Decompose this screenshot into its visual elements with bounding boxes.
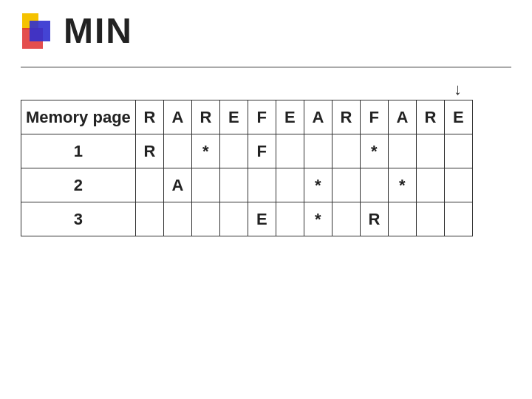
row-2-col-5: [276, 168, 304, 202]
row-3-col-4: E: [248, 202, 276, 236]
row-2-col-2: [191, 168, 219, 202]
row-2-col-0: [135, 168, 163, 202]
logo-blue-block: [30, 21, 50, 41]
row-1-col-0: R: [135, 134, 163, 168]
header-label: Memory page: [21, 100, 136, 134]
memory-table: Memory page R A R E F E A R F A R E 1 R …: [21, 100, 473, 236]
row-3-col-8: R: [360, 202, 388, 236]
row-1-label: 1: [21, 134, 136, 168]
row-3-col-9: [388, 202, 416, 236]
row-3-col-6: *: [304, 202, 332, 236]
title-divider: [21, 66, 511, 68]
header-col-10: R: [416, 100, 444, 134]
row-2-col-10: [416, 168, 444, 202]
row-2-label: 2: [21, 168, 136, 202]
row-1-col-11: [444, 134, 472, 168]
row-1-col-10: [416, 134, 444, 168]
row-3-col-10: [416, 202, 444, 236]
header-col-2: R: [191, 100, 219, 134]
row-3-col-5: [276, 202, 304, 236]
row-1-col-8: *: [360, 134, 388, 168]
row-1-col-5: [276, 134, 304, 168]
logo-text: MIN: [64, 13, 133, 49]
row-1-col-4: F: [248, 134, 276, 168]
row-2-col-9: *: [388, 168, 416, 202]
row-2-col-7: [332, 168, 360, 202]
row-3-col-7: [332, 202, 360, 236]
row-2-col-11: [444, 168, 472, 202]
row-1-col-1: [163, 134, 191, 168]
table-row: 3 E * R: [21, 202, 473, 236]
row-1-col-6: [304, 134, 332, 168]
down-arrow-icon: ↓: [454, 80, 462, 99]
row-3-col-0: [135, 202, 163, 236]
header-col-0: R: [135, 100, 163, 134]
row-3-col-11: [444, 202, 472, 236]
row-1-col-3: [219, 134, 248, 168]
header-col-6: A: [304, 100, 332, 134]
logo-area: MIN: [22, 13, 133, 49]
row-1-col-9: [388, 134, 416, 168]
row-2-col-3: [219, 168, 248, 202]
header-col-3: E: [219, 100, 248, 134]
row-3-label: 3: [21, 202, 136, 236]
header-col-8: F: [360, 100, 388, 134]
header-col-7: R: [332, 100, 360, 134]
row-2-col-8: [360, 168, 388, 202]
row-2-col-6: *: [304, 168, 332, 202]
row-2-col-1: A: [163, 168, 191, 202]
header-col-4: F: [248, 100, 276, 134]
header-col-1: A: [163, 100, 191, 134]
table-header-row: Memory page R A R E F E A R F A R E: [21, 100, 473, 134]
row-2-col-4: [248, 168, 276, 202]
row-1-col-7: [332, 134, 360, 168]
row-3-col-2: [191, 202, 219, 236]
header-col-11: E: [444, 100, 472, 134]
table-row: 1 R * F *: [21, 134, 473, 168]
header-col-9: A: [388, 100, 416, 134]
row-1-col-2: *: [191, 134, 219, 168]
row-3-col-3: [219, 202, 248, 236]
table-row: 2 A * *: [21, 168, 473, 202]
logo-icon: [22, 13, 58, 49]
row-3-col-1: [163, 202, 191, 236]
header-col-5: E: [276, 100, 304, 134]
